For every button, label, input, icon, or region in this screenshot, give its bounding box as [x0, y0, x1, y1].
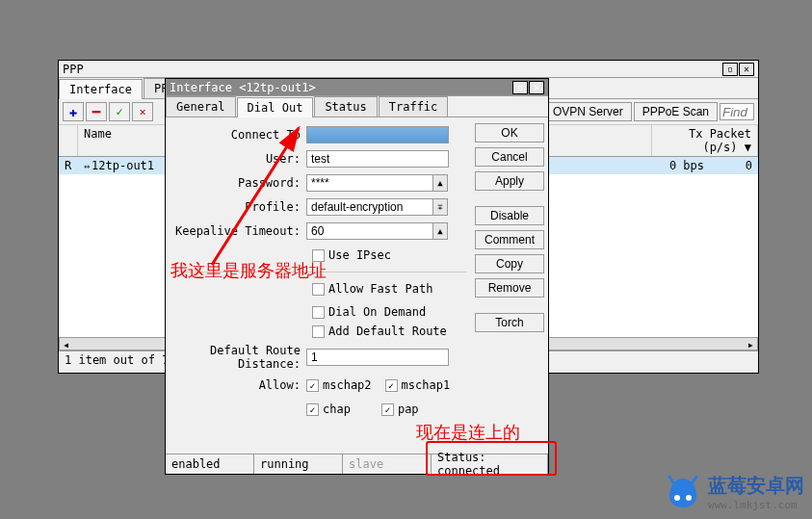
mschap2-label: mschap2: [323, 378, 372, 392]
allow-fastpath-checkbox[interactable]: [312, 283, 325, 296]
status-enabled: enabled: [166, 454, 254, 474]
tab-interface[interactable]: Interface: [59, 79, 143, 99]
watermark-url: www.lmkjst.com: [708, 499, 804, 511]
mschap2-checkbox[interactable]: [306, 379, 319, 392]
mschap1-label: mschap1: [402, 378, 451, 392]
disable-button[interactable]: ✕: [132, 102, 153, 121]
add-default-route-label: Add Default Route: [328, 324, 447, 338]
keepalive-arrow-icon[interactable]: ▲: [432, 222, 448, 240]
th-flag[interactable]: [59, 125, 78, 156]
dial-on-demand-checkbox[interactable]: [312, 306, 325, 319]
dialog-tabs: General Dial Out Status Traffic: [166, 96, 548, 117]
ppp-title: PPP: [63, 63, 721, 76]
remove-button2[interactable]: Remove: [475, 278, 544, 298]
password-input[interactable]: [306, 174, 433, 192]
default-route-distance-input[interactable]: [306, 349, 449, 366]
ok-button[interactable]: OK: [475, 123, 544, 143]
use-ipsec-label: Use IPsec: [328, 248, 391, 262]
use-ipsec-checkbox[interactable]: [312, 249, 325, 262]
link-icon: ⇔: [84, 161, 90, 171]
cell-txbps: 0 bps: [652, 158, 710, 173]
connect-to-label: Connect To: [170, 128, 306, 142]
connect-to-input[interactable]: [306, 126, 449, 143]
allow-label: Allow:: [170, 378, 306, 392]
svg-point-2: [686, 495, 692, 501]
profile-input[interactable]: [306, 198, 433, 216]
find-input[interactable]: [720, 103, 754, 120]
cancel-button[interactable]: Cancel: [475, 147, 544, 167]
keepalive-input[interactable]: [306, 222, 433, 240]
tab-general[interactable]: General: [166, 96, 236, 117]
tab-traffic[interactable]: Traffic: [379, 96, 449, 117]
cell-txpacket: 0: [710, 158, 758, 173]
ppp-close-icon[interactable]: ✕: [739, 63, 754, 76]
torch-button[interactable]: Torch: [475, 313, 544, 332]
pppoe-scan-button[interactable]: PPPoE Scan: [634, 102, 718, 121]
password-label: Password:: [170, 176, 306, 190]
copy-button[interactable]: Copy: [475, 254, 544, 273]
profile-label: Profile:: [170, 200, 306, 214]
status-connected: Status: connected: [432, 454, 548, 474]
cell-flag: R: [59, 158, 78, 173]
status-running: running: [254, 454, 343, 474]
comment-button[interactable]: Comment: [475, 230, 544, 249]
dialog-minimize-icon[interactable]: ▫: [512, 81, 528, 94]
dialog-statusbar: enabled running slave Status: connected: [166, 454, 548, 474]
ovpn-server-button[interactable]: OVPN Server: [544, 102, 632, 121]
watermark-name: 蓝莓安卓网: [708, 473, 804, 499]
remove-button[interactable]: ━: [86, 102, 107, 121]
default-route-distance-label: Default Route Distance:: [170, 344, 306, 371]
divider: [170, 272, 467, 272]
dialog-title: Interface <12tp-out1>: [170, 81, 511, 94]
ppp-titlebar: PPP ▫ ✕: [59, 61, 758, 78]
keepalive-label: Keepalive Timeout:: [170, 224, 306, 238]
allow-fastpath-label: Allow Fast Path: [328, 282, 432, 296]
enable-button[interactable]: ✓: [109, 102, 130, 121]
svg-point-1: [674, 495, 680, 501]
th-txpacket[interactable]: Tx Packet (p/s) ▼: [652, 125, 758, 156]
watermark: 蓝莓安卓网 www.lmkjst.com: [664, 473, 804, 511]
dialog-close-icon[interactable]: ✕: [529, 81, 544, 94]
profile-dropdown-icon[interactable]: ∓: [432, 198, 448, 216]
user-input[interactable]: [306, 150, 449, 168]
chap-label: chap: [323, 402, 351, 416]
add-button[interactable]: ✚: [63, 102, 84, 121]
disable-button2[interactable]: Disable: [475, 206, 544, 225]
dialog-button-column: OK Cancel Apply Disable Comment Copy Rem…: [475, 121, 544, 428]
status-slave: slave: [343, 454, 432, 474]
apply-button[interactable]: Apply: [475, 171, 544, 191]
watermark-icon: [664, 475, 702, 509]
pap-label: pap: [398, 402, 419, 416]
ppp-minimize-icon[interactable]: ▫: [722, 63, 738, 76]
tab-status[interactable]: Status: [314, 96, 377, 117]
add-default-route-checkbox[interactable]: [312, 325, 325, 338]
tab-dialout[interactable]: Dial Out: [237, 97, 314, 117]
dialog-form: Connect To User: Password: ▲ Profile: ∓ …: [170, 121, 467, 428]
mschap1-checkbox[interactable]: [385, 379, 398, 392]
user-label: User:: [170, 152, 306, 166]
pap-checkbox[interactable]: [381, 403, 394, 416]
dial-on-demand-label: Dial On Demand: [328, 305, 426, 319]
interface-dialog: Interface <12tp-out1> ▫ ✕ General Dial O…: [165, 78, 549, 475]
chap-checkbox[interactable]: [306, 403, 319, 416]
dialog-titlebar: Interface <12tp-out1> ▫ ✕: [166, 79, 548, 96]
password-reveal-icon[interactable]: ▲: [432, 174, 448, 192]
